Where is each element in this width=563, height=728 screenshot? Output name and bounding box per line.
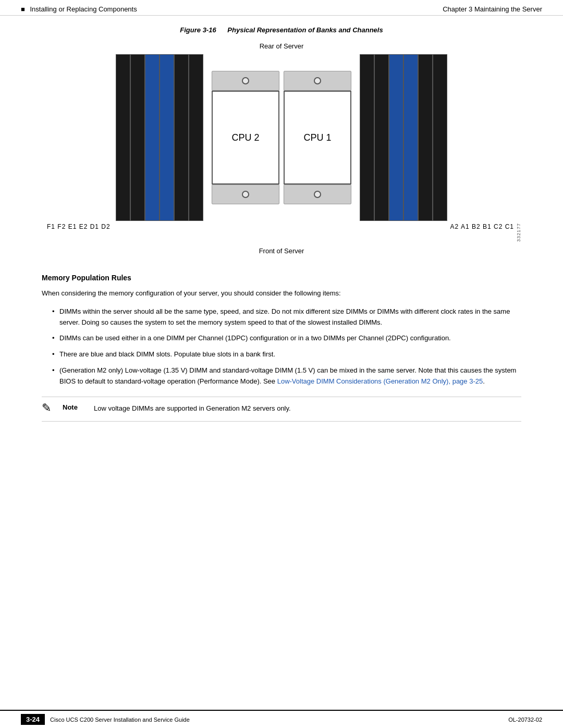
cpu2-top-connector xyxy=(212,71,279,91)
left-dimm-group xyxy=(116,54,203,221)
left-slot-labels: F1 F2 E1 E2 D1 D2 xyxy=(42,223,111,242)
right-slot-labels: A2 A1 B2 B1 C2 C1 332177 xyxy=(450,223,521,242)
front-label: Front of Server xyxy=(42,247,521,255)
cpu1-bottom-connector xyxy=(284,184,351,204)
page-number: 3-24 xyxy=(21,714,45,725)
slot-labels-row: F1 F2 E1 E2 D1 D2 A2 A1 B2 B1 C2 C1 3321… xyxy=(42,221,521,244)
diagram-row: CPU 2 CPU 1 xyxy=(116,54,447,221)
cpu1-label: CPU 1 xyxy=(303,132,331,143)
page-header: ■ Installing or Replacing Components Cha… xyxy=(0,0,563,16)
cpu1-top-connector xyxy=(284,71,351,91)
dimm-f1 xyxy=(116,54,130,221)
right-dimm-group xyxy=(360,54,447,221)
dimm-b2 xyxy=(389,54,403,221)
note-text: Low voltage DIMMs are supported in Gener… xyxy=(94,403,291,414)
note-box: ✎ Note Low voltage DIMMs are supported i… xyxy=(42,397,521,422)
dimm-a2 xyxy=(360,54,374,221)
dimm-considerations-link[interactable]: Low-Voltage DIMM Considerations (Generat… xyxy=(277,377,483,385)
breadcrumb-square: ■ xyxy=(21,5,25,13)
list-item: There are blue and black DIMM slots. Pop… xyxy=(52,349,521,360)
cpu2-wrapper: CPU 2 xyxy=(212,54,279,221)
section-heading: Memory Population Rules xyxy=(42,274,521,282)
dimm-a1 xyxy=(374,54,389,221)
dimm-c1 xyxy=(433,54,447,221)
note-icon: ✎ xyxy=(42,401,56,415)
dimm-d2 xyxy=(189,54,203,221)
list-item: (Generation M2 only) Low-voltage (1.35 V… xyxy=(52,365,521,387)
chapter-label: Chapter 3 Maintaining the Server xyxy=(443,5,542,13)
cpu1-bottom-dot xyxy=(314,191,321,198)
front-label-text: Front of Server xyxy=(259,247,304,255)
main-content: Figure 3-16 Physical Representation of B… xyxy=(0,16,563,453)
right-slot-label-text: A2 A1 B2 B1 C2 C1 xyxy=(450,223,514,230)
note-label: Note xyxy=(63,403,83,411)
diagram-area: Rear of Server CPU 2 xyxy=(42,42,521,255)
footer-doc-id: OL-20732-02 xyxy=(508,717,542,723)
cpu2-label: CPU 2 xyxy=(231,132,259,143)
dimm-b1 xyxy=(403,54,418,221)
cpu-section: CPU 2 CPU 1 xyxy=(203,54,360,221)
dimm-c2 xyxy=(418,54,433,221)
cpu2-bottom-connector xyxy=(212,184,279,204)
dimm-f2 xyxy=(130,54,145,221)
intro-text: When considering the memory configuratio… xyxy=(42,288,521,299)
footer-left: 3-24 Cisco UCS C200 Server Installation … xyxy=(21,714,190,725)
cpu1-top-dot xyxy=(314,77,321,84)
list-item: DIMMs within the server should all be th… xyxy=(52,306,521,328)
cpu2-body: CPU 2 xyxy=(212,91,279,184)
dimm-d1 xyxy=(174,54,189,221)
cpu2-top-dot xyxy=(242,77,249,84)
breadcrumb-section: ■ Installing or Replacing Components xyxy=(21,5,137,13)
diagram-id: 332177 xyxy=(516,223,521,242)
figure-number: Figure 3-16 xyxy=(180,26,216,34)
page-footer: 3-24 Cisco UCS C200 Server Installation … xyxy=(0,710,563,728)
breadcrumb-text: Installing or Replacing Components xyxy=(30,5,137,13)
footer-title: Cisco UCS C200 Server Installation and S… xyxy=(50,717,190,723)
dimm-e2 xyxy=(160,54,174,221)
rear-label: Rear of Server xyxy=(260,42,304,50)
dimm-e1 xyxy=(145,54,160,221)
bullet-list: DIMMs within the server should all be th… xyxy=(42,306,521,387)
figure-title: Physical Representation of Banks and Cha… xyxy=(227,26,383,34)
cpu1-wrapper: CPU 1 xyxy=(284,54,351,221)
figure-caption: Figure 3-16 Physical Representation of B… xyxy=(42,26,521,34)
list-item: DIMMs can be used either in a one DIMM p… xyxy=(52,333,521,344)
cpu1-body: CPU 1 xyxy=(284,91,351,184)
cpu2-bottom-dot xyxy=(242,191,249,198)
